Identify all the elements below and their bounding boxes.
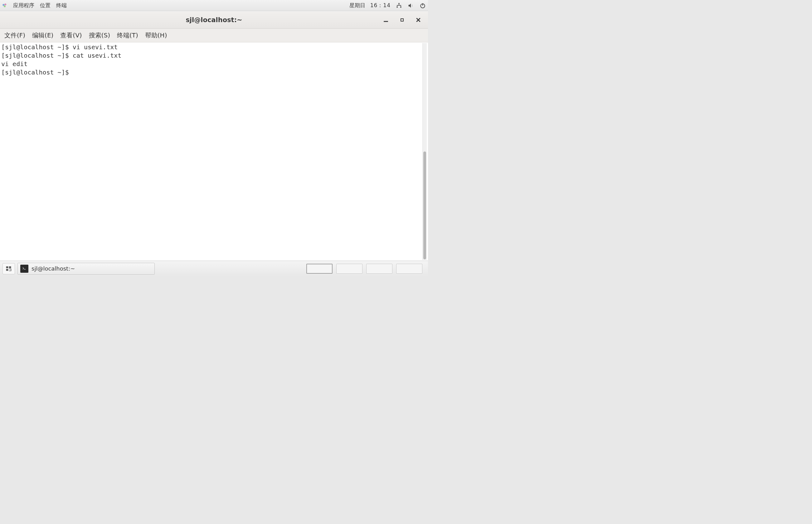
workspace-4[interactable] <box>396 264 423 274</box>
terminal-window: sjl@localhost:~ 文件(F) 编辑(E) 查看(V) 搜索(S) … <box>0 11 428 261</box>
terminal-icon <box>20 265 28 273</box>
gnome-bottom-panel: sjl@localhost:~ <box>0 261 428 276</box>
terminal-output: [sjl@localhost ~]$ vi usevi.txt [sjl@loc… <box>1 43 423 260</box>
workspace-1[interactable] <box>306 264 333 274</box>
menu-search[interactable]: 搜索(S) <box>89 31 110 39</box>
scrollbar-thumb[interactable] <box>423 151 426 259</box>
svg-rect-4 <box>397 6 398 7</box>
svg-rect-10 <box>6 266 9 268</box>
window-titlebar: sjl@localhost:~ <box>0 12 428 29</box>
svg-rect-14 <box>24 269 26 269</box>
taskbar-window-button[interactable]: sjl@localhost:~ <box>17 263 155 275</box>
workspace-2[interactable] <box>336 264 363 274</box>
workspace-switcher <box>306 264 426 274</box>
clock-time[interactable]: 16：14 <box>370 2 391 9</box>
clock-day[interactable]: 星期日 <box>349 2 365 9</box>
places-menu[interactable]: 位置 <box>40 2 50 9</box>
svg-rect-8 <box>384 21 388 22</box>
show-desktop-button[interactable] <box>2 263 15 274</box>
gnome-top-panel: 应用程序 位置 终端 星期日 16：14 <box>0 0 428 11</box>
terminal-menubar: 文件(F) 编辑(E) 查看(V) 搜索(S) 终端(T) 帮助(H) <box>0 29 428 43</box>
window-title: sjl@localhost:~ <box>186 16 242 24</box>
scrollbar-track[interactable] <box>423 43 427 260</box>
svg-rect-11 <box>9 266 11 268</box>
menu-terminal[interactable]: 终端(T) <box>117 31 138 39</box>
network-icon[interactable] <box>396 2 402 9</box>
applications-menu[interactable]: 应用程序 <box>13 2 34 9</box>
minimize-button[interactable] <box>383 17 389 23</box>
terminal-viewport[interactable]: [sjl@localhost ~]$ vi usevi.txt [sjl@loc… <box>0 43 428 261</box>
workspace-3[interactable] <box>366 264 393 274</box>
maximize-button[interactable] <box>399 17 405 23</box>
distro-logo-icon <box>2 3 7 9</box>
volume-icon[interactable] <box>408 2 414 9</box>
menu-help[interactable]: 帮助(H) <box>145 31 167 39</box>
terminal-launcher[interactable]: 终端 <box>56 2 67 9</box>
svg-rect-12 <box>6 269 9 271</box>
menu-edit[interactable]: 编辑(E) <box>32 31 53 39</box>
svg-rect-13 <box>22 266 27 271</box>
svg-point-2 <box>4 5 5 7</box>
menu-view[interactable]: 查看(V) <box>60 31 82 39</box>
svg-rect-9 <box>401 19 403 21</box>
menu-file[interactable]: 文件(F) <box>4 31 25 39</box>
svg-rect-5 <box>400 6 401 7</box>
svg-point-1 <box>4 3 6 5</box>
taskbar-window-label: sjl@localhost:~ <box>32 265 75 272</box>
power-icon[interactable] <box>419 2 426 9</box>
close-button[interactable] <box>415 17 421 23</box>
svg-rect-3 <box>398 3 399 4</box>
